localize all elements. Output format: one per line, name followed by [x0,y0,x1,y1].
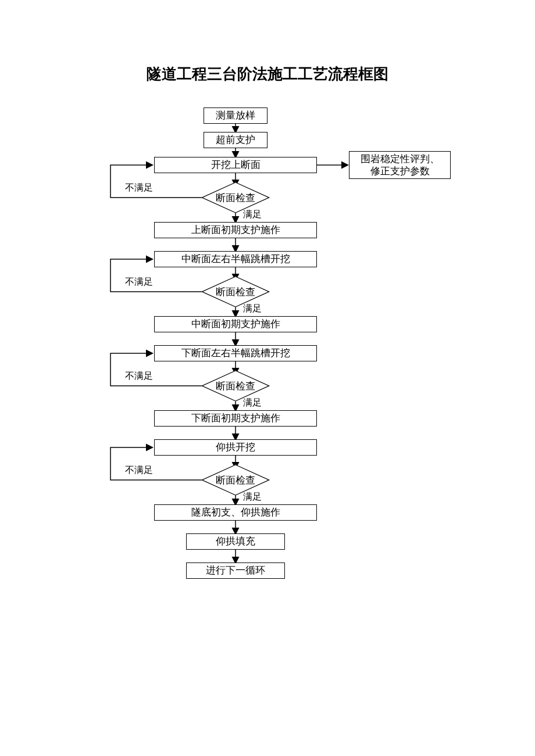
node-advance-support: 超前支护 [204,132,268,148]
node-excavate-upper: 开挖上断面 [154,157,317,173]
node-label: 中断面左右半幅跳槽开挖 [181,253,290,265]
node-next-cycle: 进行下一循环 [186,562,285,579]
label-fail-3: 不满足 [125,370,153,382]
node-label: 仰拱填充 [216,535,255,547]
node-mid-support: 中断面初期支护施作 [154,316,317,332]
label-fail-2: 不满足 [125,276,153,288]
node-label: 下断面初期支护施作 [191,412,280,424]
page-title: 隧道工程三台阶法施工工艺流程框图 [0,64,535,84]
label-fail-1: 不满足 [125,182,153,194]
node-check-4: 断面检查 [224,469,247,491]
node-label: 超前支护 [216,134,255,146]
label-fail-4: 不满足 [125,464,153,476]
label-pass-4: 满足 [243,491,262,503]
node-label: 上断面初期支护施作 [191,224,280,236]
node-measure-setout: 测量放样 [204,108,268,124]
node-check-2: 断面检查 [224,281,247,303]
node-rock-eval: 围岩稳定性评判、 修正支护参数 [349,151,451,179]
edges-layer [0,108,535,630]
diamond-label: 断面检查 [216,285,255,299]
diamond-label: 断面检查 [216,379,255,393]
node-label: 进行下一循环 [206,564,265,576]
node-label: 开挖上断面 [211,159,261,171]
node-label: 仰拱开挖 [216,441,255,453]
diamond-label: 断面检查 [216,191,255,205]
node-check-1: 断面检查 [224,187,247,209]
node-upper-support: 上断面初期支护施作 [154,222,317,238]
label-pass-3: 满足 [243,397,262,409]
node-label: 中断面初期支护施作 [191,318,280,330]
node-check-3: 断面检查 [224,375,247,397]
node-lower-support: 下断面初期支护施作 [154,410,317,427]
node-invert-fill: 仰拱填充 [186,533,285,550]
node-label: 围岩稳定性评判、 修正支护参数 [361,153,440,178]
diamond-label: 断面检查 [216,474,255,487]
node-label: 隧底初支、仰拱施作 [191,506,280,518]
label-pass-1: 满足 [243,209,262,221]
label-pass-2: 满足 [243,303,262,315]
node-label: 测量放样 [216,109,255,121]
node-label: 下断面左右半幅跳槽开挖 [181,347,290,359]
node-excavate-mid: 中断面左右半幅跳槽开挖 [154,251,317,267]
node-invert-excavate: 仰拱开挖 [154,439,317,456]
node-bottom-invert: 隧底初支、仰拱施作 [154,504,317,521]
node-excavate-lower: 下断面左右半幅跳槽开挖 [154,345,317,361]
flowchart-container: 测量放样 超前支护 开挖上断面 围岩稳定性评判、 修正支护参数 断面检查 上断面… [0,108,535,630]
